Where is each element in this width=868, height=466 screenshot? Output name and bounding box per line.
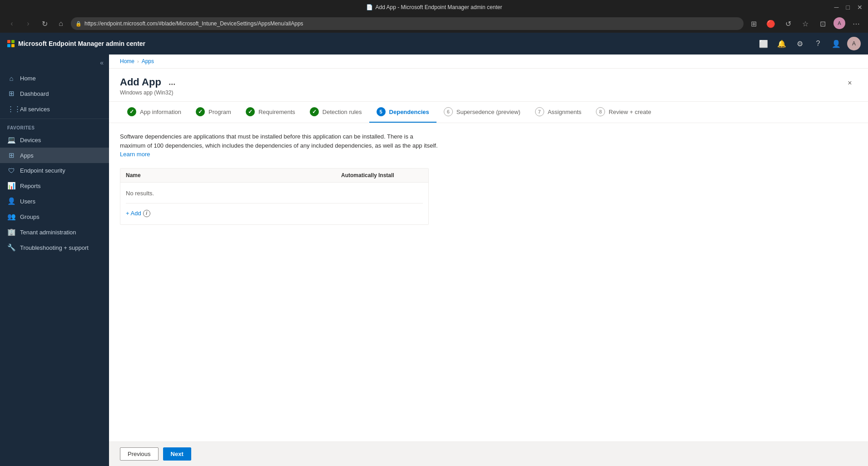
settings-menu-icon[interactable]: ⋯ [850, 17, 863, 30]
refresh-icon[interactable]: ↺ [782, 17, 794, 30]
previous-button[interactable]: Previous [120, 447, 159, 461]
sidebar-item-reports[interactable]: 📊 Reports [0, 178, 109, 193]
breadcrumb-home[interactable]: Home [120, 58, 134, 64]
sidebar-label-dashboard: Dashboard [20, 90, 49, 97]
learn-more-link[interactable]: Learn more [120, 151, 150, 158]
description-text: Software dependencies are applications t… [120, 132, 438, 159]
close-icon: × [848, 79, 852, 87]
endpoint-security-icon: 🛡 [7, 167, 15, 174]
sidebar-collapse[interactable]: « [0, 55, 109, 71]
browser-chrome: 📄 Add App - Microsoft Endpoint Manager a… [0, 0, 868, 33]
page-icon: 📄 [366, 4, 373, 10]
home-button[interactable]: ⌂ [55, 17, 67, 30]
main-layout: « ⌂ Home ⊞ Dashboard ⋮⋮ All services FAV… [0, 55, 868, 466]
extensions-icon[interactable]: ⊞ [747, 17, 760, 30]
browser-toolbar: ‹ › ↻ ⌂ 🔒 https://endpoint.microsoft.com… [0, 15, 868, 33]
notification-icon[interactable]: 🔴 [764, 17, 777, 30]
sidebar-item-endpoint-security[interactable]: 🛡 Endpoint security [0, 163, 109, 178]
tab-program[interactable]: ✓ Program [188, 102, 238, 123]
page-ellipsis-button[interactable]: ... [166, 76, 179, 89]
content-area: Home › Apps Add App ... Windows app (Win… [109, 55, 868, 466]
sidebar-label-tenant-admin: Tenant administration [20, 229, 76, 236]
sidebar: « ⌂ Home ⊞ Dashboard ⋮⋮ All services FAV… [0, 55, 109, 466]
collections-icon[interactable]: ⊡ [816, 17, 829, 30]
tab-step-icon-3: ✓ [246, 107, 255, 116]
sidebar-item-groups[interactable]: 👥 Groups [0, 209, 109, 224]
sidebar-label-all-services: All services [20, 106, 50, 113]
sidebar-item-users[interactable]: 👤 Users [0, 193, 109, 209]
page-subtitle: Windows app (Win32) [120, 89, 838, 96]
devices-icon: 💻 [7, 136, 15, 144]
troubleshooting-icon: 🔧 [7, 243, 15, 252]
add-info-icon[interactable]: i [143, 210, 150, 217]
back-button[interactable]: ‹ [5, 17, 18, 30]
close-window-button[interactable]: ✕ [857, 4, 863, 11]
microsoft-logo [7, 40, 15, 47]
sidebar-label-users: Users [20, 198, 35, 205]
feedback-icon[interactable]: ⬜ [756, 36, 771, 51]
tab-step-icon-7: 7 [535, 107, 544, 116]
user-icon[interactable]: 👤 [829, 36, 843, 51]
tab-assignments[interactable]: 7 Assignments [528, 102, 589, 123]
tab-step-icon-5: 5 [377, 107, 386, 116]
browser-window-controls[interactable]: ─ □ ✕ [834, 4, 863, 11]
sidebar-item-apps[interactable]: ⊞ Apps [0, 148, 109, 163]
sidebar-label-troubleshooting: Troubleshooting + support [20, 244, 89, 251]
tab-requirements[interactable]: ✓ Requirements [238, 102, 303, 123]
col-header-auto-install: Automatically Install [341, 172, 423, 178]
add-dependency-button[interactable]: + Add i [126, 208, 150, 219]
help-icon[interactable]: ? [811, 36, 825, 51]
sidebar-item-dashboard[interactable]: ⊞ Dashboard [0, 86, 109, 101]
tab-label-detection-rules: Detection rules [322, 109, 362, 115]
tab-step-icon-6: 6 [444, 107, 453, 116]
next-button[interactable]: Next [163, 447, 191, 461]
tab-dependencies[interactable]: 5 Dependencies [369, 102, 436, 123]
content-body: Software dependencies are applications t… [109, 123, 868, 441]
tab-supersedence[interactable]: 6 Supersedence (preview) [436, 102, 528, 123]
dependencies-table: Name Automatically Install No results. +… [120, 168, 429, 225]
page-panel: Add App ... Windows app (Win32) × ✓ App … [109, 69, 868, 466]
sidebar-item-all-services[interactable]: ⋮⋮ All services [0, 101, 109, 117]
tab-step-icon-8: 8 [596, 107, 605, 116]
tab-detection-rules[interactable]: ✓ Detection rules [303, 102, 369, 123]
ms-sq4 [11, 44, 15, 47]
reload-button[interactable]: ↻ [38, 17, 51, 30]
tenant-admin-icon: 🏢 [7, 228, 15, 236]
breadcrumb: Home › Apps [109, 55, 868, 69]
favorites-icon[interactable]: ☆ [799, 17, 812, 30]
page-close-button[interactable]: × [843, 76, 857, 90]
collapse-icon[interactable]: « [98, 57, 105, 68]
wizard-tabs: ✓ App information ✓ Program ✓ Requiremen… [109, 102, 868, 123]
minimize-button[interactable]: ─ [834, 4, 839, 11]
page-title-group: Add App ... Windows app (Win32) [120, 76, 838, 96]
sidebar-item-devices[interactable]: 💻 Devices [0, 132, 109, 148]
sidebar-item-troubleshooting[interactable]: 🔧 Troubleshooting + support [0, 240, 109, 255]
sidebar-divider-1 [0, 119, 109, 119]
top-nav-avatar[interactable]: A [847, 37, 861, 50]
page-header: Add App ... Windows app (Win32) × [109, 69, 868, 102]
notifications-bell-icon[interactable]: 🔔 [774, 36, 789, 51]
top-nav: Microsoft Endpoint Manager admin center … [0, 33, 868, 55]
page-title: Add App ... [120, 76, 838, 89]
security-icon: 🔒 [75, 21, 82, 27]
tab-step-icon-4: ✓ [310, 107, 319, 116]
profile-avatar[interactable]: A [833, 17, 845, 29]
browser-title: 📄 Add App - Microsoft Endpoint Manager a… [366, 4, 502, 10]
tab-step-icon-1: ✓ [127, 107, 136, 116]
tab-app-information[interactable]: ✓ App information [120, 102, 188, 123]
table-divider [126, 203, 423, 203]
sidebar-item-tenant-admin[interactable]: 🏢 Tenant administration [0, 224, 109, 240]
maximize-button[interactable]: □ [846, 4, 850, 11]
tab-label-program: Program [208, 109, 231, 115]
sidebar-label-endpoint-security: Endpoint security [20, 167, 65, 174]
sidebar-item-home[interactable]: ⌂ Home [0, 71, 109, 86]
settings-gear-icon[interactable]: ⚙ [793, 36, 807, 51]
sidebar-label-reports: Reports [20, 183, 41, 189]
tab-label-requirements: Requirements [258, 109, 295, 115]
breadcrumb-apps[interactable]: Apps [142, 58, 154, 64]
forward-button[interactable]: › [22, 17, 35, 30]
sidebar-label-devices: Devices [20, 137, 41, 144]
address-bar[interactable]: 🔒 https://endpoint.microsoft.com/#blade/… [71, 17, 744, 30]
groups-icon: 👥 [7, 213, 15, 221]
tab-review-create[interactable]: 8 Review + create [589, 102, 659, 123]
